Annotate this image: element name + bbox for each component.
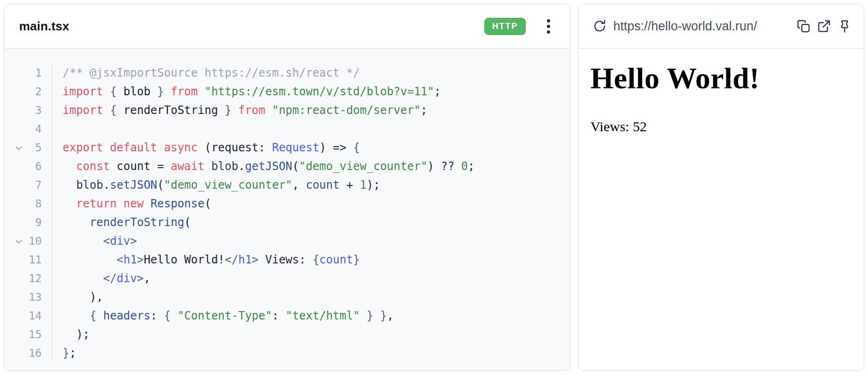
gutter: 6 xyxy=(4,157,52,176)
pin-icon xyxy=(838,19,852,33)
pin-button[interactable] xyxy=(838,19,852,33)
code-text: </div>, xyxy=(52,269,151,288)
code-line[interactable]: 15 ); xyxy=(4,325,570,344)
editor-header: main.tsx HTTP xyxy=(4,4,570,49)
code-text xyxy=(52,120,63,138)
line-number: 6 xyxy=(35,160,42,172)
http-badge[interactable]: HTTP xyxy=(484,18,526,35)
code-line[interactable]: 10 <div> xyxy=(4,232,570,250)
code-line[interactable]: 4 xyxy=(4,120,570,138)
code-line[interactable]: 6 const count = await blob.getJSON("demo… xyxy=(4,157,570,176)
line-number: 14 xyxy=(29,310,42,322)
gutter: 14 xyxy=(4,306,52,325)
gutter: 8 xyxy=(4,194,52,213)
code-line[interactable]: 12 </div>, xyxy=(4,269,570,288)
code-text: /** @jsxImportSource https://esm.sh/reac… xyxy=(52,64,360,82)
code-text: export default async (request: Request) … xyxy=(52,138,360,157)
line-number: 8 xyxy=(35,198,42,210)
code-text: }; xyxy=(52,344,76,362)
code-line[interactable]: 9 renderToString( xyxy=(4,213,570,232)
fold-chevron-down-icon[interactable] xyxy=(13,142,25,154)
preview-toolbar: https://hello-world.val.run/ xyxy=(579,4,864,49)
external-link-icon xyxy=(817,19,831,33)
preview-views: Views: 52 xyxy=(590,119,852,135)
gutter: 12 xyxy=(4,269,52,288)
code-text: <div> xyxy=(52,232,137,250)
gutter: 10 xyxy=(4,232,52,250)
line-number: 9 xyxy=(35,216,42,228)
code-line[interactable]: 8 return new Response( xyxy=(4,194,570,213)
gutter: 13 xyxy=(4,288,52,306)
kebab-menu-icon xyxy=(547,19,550,22)
code-line[interactable]: 3import { renderToString } from "npm:rea… xyxy=(4,101,570,120)
code-text: ); xyxy=(52,325,90,344)
line-number: 2 xyxy=(35,85,42,98)
code-text: import { blob } from "https://esm.town/v… xyxy=(52,82,441,101)
copy-url-button[interactable] xyxy=(796,19,811,33)
open-external-button[interactable] xyxy=(817,19,831,33)
code-line[interactable]: 11 <h1>Hello World!</h1> Views: {count} xyxy=(4,250,570,269)
code-text: const count = await blob.getJSON("demo_v… xyxy=(52,157,474,176)
code-text: blob.setJSON("demo_view_counter", count … xyxy=(52,176,380,194)
kebab-menu-icon xyxy=(547,30,550,34)
preview-heading: Hello World! xyxy=(590,61,852,96)
line-number: 7 xyxy=(35,179,42,191)
file-name: main.tsx xyxy=(19,19,69,34)
line-number: 15 xyxy=(29,328,42,341)
preview-panel: https://hello-world.val.run/ Hello World… xyxy=(578,4,864,371)
line-number: 5 xyxy=(35,142,42,154)
code-editor[interactable]: 1/** @jsxImportSource https://esm.sh/rea… xyxy=(4,49,570,370)
fold-chevron-down-icon[interactable] xyxy=(13,235,25,248)
line-number: 3 xyxy=(35,104,42,116)
refresh-button[interactable] xyxy=(593,19,607,33)
code-line[interactable]: 1/** @jsxImportSource https://esm.sh/rea… xyxy=(4,64,570,82)
code-text: { headers: { "Content-Type": "text/html"… xyxy=(52,306,394,325)
preview-url[interactable]: https://hello-world.val.run/ xyxy=(613,19,790,34)
code-line[interactable]: 5export default async (request: Request)… xyxy=(4,138,570,157)
code-line[interactable]: 16}; xyxy=(4,344,570,362)
line-number: 10 xyxy=(29,235,42,247)
editor-panel: main.tsx HTTP 1/** @jsxImportSource http… xyxy=(4,4,570,371)
gutter: 15 xyxy=(4,325,52,344)
copy-icon xyxy=(796,19,811,33)
gutter: 11 xyxy=(4,250,52,269)
gutter: 9 xyxy=(4,213,52,232)
gutter: 4 xyxy=(4,120,52,138)
line-number: 13 xyxy=(29,291,42,303)
code-text: renderToString( xyxy=(52,213,191,232)
line-number: 1 xyxy=(35,67,42,79)
line-number: 4 xyxy=(35,123,42,135)
code-line[interactable]: 7 blob.setJSON("demo_view_counter", coun… xyxy=(4,176,570,194)
kebab-menu-icon xyxy=(547,25,550,28)
gutter: 16 xyxy=(4,344,52,362)
gutter: 2 xyxy=(4,82,52,101)
code-text: <h1>Hello World!</h1> Views: {count} xyxy=(52,250,360,269)
gutter: 1 xyxy=(4,64,52,82)
gutter: 5 xyxy=(4,138,52,157)
code-text: ), xyxy=(52,288,103,306)
code-text: return new Response( xyxy=(52,194,211,213)
line-number: 11 xyxy=(29,254,42,266)
code-line[interactable]: 14 { headers: { "Content-Type": "text/ht… xyxy=(4,306,570,325)
code-line[interactable]: 2import { blob } from "https://esm.town/… xyxy=(4,82,570,101)
gutter: 7 xyxy=(4,176,52,194)
preview-content: Hello World! Views: 52 xyxy=(579,61,864,371)
refresh-icon xyxy=(593,19,607,33)
code-lines: 1/** @jsxImportSource https://esm.sh/rea… xyxy=(4,64,570,362)
kebab-menu-button[interactable] xyxy=(540,16,557,36)
line-number: 16 xyxy=(29,347,42,359)
line-number: 12 xyxy=(29,272,42,284)
gutter: 3 xyxy=(4,101,52,120)
code-text: import { renderToString } from "npm:reac… xyxy=(52,101,427,120)
code-line[interactable]: 13 ), xyxy=(4,288,570,306)
